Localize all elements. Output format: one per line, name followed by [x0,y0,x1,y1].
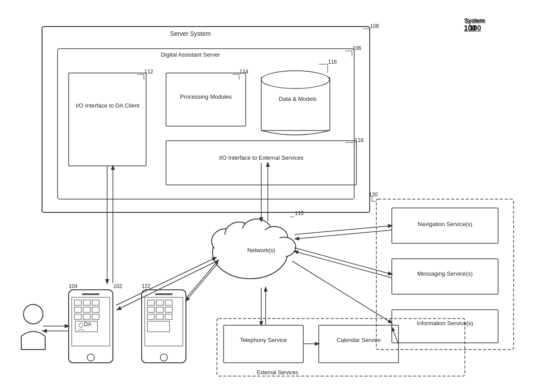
svg-rect-26 [74,307,81,312]
svg-point-5 [261,71,329,88]
diagram: System 100 108 106 112 114 116 118 110 1… [0,0,549,392]
svg-rect-38 [147,300,155,305]
io-da-client-label: I/O Interface to DA Client [70,102,145,110]
ref-106: 106 [352,45,361,51]
telephony-label: Telephony Service [226,336,301,344]
svg-rect-29 [74,314,81,319]
ref-118: 118 [355,137,363,143]
svg-rect-28 [92,307,99,312]
svg-rect-2 [69,73,146,166]
ref-120: 120 [369,192,378,198]
ref-114: 114 [240,69,248,75]
svg-rect-30 [83,314,90,319]
calendar-label: Calendar Service [321,336,396,344]
ref-122: 122 [142,283,151,289]
svg-line-55 [117,261,217,310]
svg-point-48 [160,354,167,361]
io-external-label: I/O Interface to External Services [167,154,355,162]
svg-rect-47 [147,321,170,332]
svg-rect-49 [155,293,173,295]
external-services-label: External Services [257,369,298,376]
svg-line-58 [187,260,218,297]
svg-rect-1 [58,49,354,199]
svg-point-33 [87,354,94,361]
svg-rect-23 [74,300,81,305]
data-models-label: Data & Models [266,95,330,103]
messaging-label: Messaging Service(s) [394,270,496,278]
ref-108: 108 [370,23,379,29]
svg-rect-37 [145,297,183,346]
ref-112: 112 [144,69,153,75]
svg-line-57 [186,263,218,301]
svg-point-50 [23,304,43,324]
svg-rect-43 [165,307,172,312]
server-system-label: Server System [155,30,226,37]
ref-104: 104 [69,283,77,289]
svg-rect-39 [156,300,163,305]
svg-line-66 [294,251,392,278]
svg-rect-40 [165,300,172,305]
svg-rect-25 [92,300,99,305]
svg-rect-45 [156,314,163,319]
svg-rect-31 [92,314,99,319]
network-label: Network(s) [235,247,288,254]
ref-116: 116 [328,59,337,65]
svg-rect-44 [147,314,155,319]
svg-rect-41 [147,307,155,312]
system-number-text: 100 [464,24,476,32]
system-title-text: System [464,17,485,24]
da-server-label: Digital Assistant Server [146,51,235,58]
svg-rect-6 [166,141,356,185]
ref-110: 110 [295,210,304,216]
svg-rect-34 [82,293,100,295]
svg-line-63 [294,226,392,234]
svg-rect-46 [165,314,172,319]
svg-point-9 [225,222,253,247]
svg-point-11 [261,227,288,250]
da-label: DA [77,321,98,327]
svg-point-10 [242,219,272,246]
svg-line-64 [295,230,392,239]
svg-rect-36 [142,290,186,363]
navigation-label: Navigation Service(s) [394,220,496,228]
svg-rect-24 [83,300,90,305]
svg-rect-4 [261,77,330,131]
svg-rect-27 [83,307,90,312]
information-label: Information Service(s) [394,319,496,327]
svg-line-67 [292,261,392,323]
svg-line-65 [294,248,392,274]
svg-line-56 [116,257,216,305]
svg-rect-42 [156,307,163,312]
processing-modules-label: Processing Modules [168,93,244,101]
ref-102: 102 [113,283,122,289]
